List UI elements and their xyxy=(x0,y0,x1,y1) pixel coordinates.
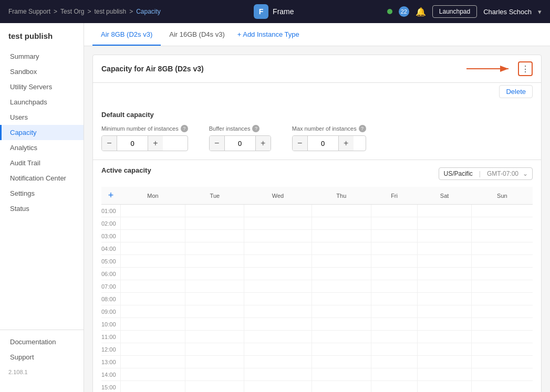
schedule-cell-thu-0900[interactable] xyxy=(312,305,371,318)
schedule-cell-mon-0300[interactable] xyxy=(120,230,185,242)
schedule-cell-wed-0900[interactable] xyxy=(244,305,312,318)
launchpad-button[interactable]: Launchpad xyxy=(432,5,477,18)
schedule-cell-mon-1300[interactable] xyxy=(120,356,185,368)
schedule-cell-sun-0500[interactable] xyxy=(472,255,533,268)
schedule-cell-thu-0400[interactable] xyxy=(312,242,371,255)
schedule-cell-wed-0800[interactable] xyxy=(244,293,312,305)
add-instance-type-button[interactable]: + Add Instance Type xyxy=(233,28,304,40)
sidebar-item-audit-trail[interactable]: Audit Trail xyxy=(0,155,84,171)
schedule-cell-sat-0700[interactable] xyxy=(417,280,471,293)
schedule-cell-thu-1400[interactable] xyxy=(312,368,371,381)
sidebar-item-documentation[interactable]: Documentation xyxy=(0,334,84,349)
schedule-cell-fri-0800[interactable] xyxy=(371,293,418,305)
schedule-cell-wed-0500[interactable] xyxy=(244,255,312,268)
schedule-cell-mon-0900[interactable] xyxy=(120,305,185,318)
sidebar-item-support[interactable]: Support xyxy=(0,349,84,365)
schedule-cell-sat-1500[interactable] xyxy=(417,381,471,393)
sidebar-item-capacity[interactable]: Capacity xyxy=(0,125,84,140)
schedule-cell-sun-0900[interactable] xyxy=(472,305,533,318)
sidebar-item-notification-center[interactable]: Notification Center xyxy=(0,171,84,186)
schedule-cell-fri-0600[interactable] xyxy=(371,268,418,280)
buffer-increment-button[interactable]: + xyxy=(256,136,271,151)
schedule-cell-thu-1200[interactable] xyxy=(312,343,371,356)
schedule-cell-sun-1300[interactable] xyxy=(472,356,533,368)
schedule-cell-wed-1400[interactable] xyxy=(244,368,312,381)
schedule-cell-thu-0600[interactable] xyxy=(312,268,371,280)
sidebar-item-status[interactable]: Status xyxy=(0,201,84,216)
schedule-cell-thu-1300[interactable] xyxy=(312,356,371,368)
schedule-cell-fri-0100[interactable] xyxy=(371,205,418,217)
schedule-cell-sat-1400[interactable] xyxy=(417,368,471,381)
schedule-cell-wed-0400[interactable] xyxy=(244,242,312,255)
sidebar-item-summary[interactable]: Summary xyxy=(0,49,84,64)
schedule-cell-fri-1300[interactable] xyxy=(371,356,418,368)
schedule-cell-thu-0300[interactable] xyxy=(312,230,371,242)
schedule-cell-sat-1300[interactable] xyxy=(417,356,471,368)
max-value-input[interactable] xyxy=(307,136,339,151)
max-help-icon[interactable]: ? xyxy=(359,125,366,132)
schedule-cell-mon-1400[interactable] xyxy=(120,368,185,381)
sidebar-item-sandbox[interactable]: Sandbox xyxy=(0,64,84,79)
schedule-cell-wed-1200[interactable] xyxy=(244,343,312,356)
tab-air-16gb[interactable]: Air 16GB (D4s v3) xyxy=(161,24,233,46)
schedule-cell-wed-0700[interactable] xyxy=(244,280,312,293)
buffer-value-input[interactable] xyxy=(224,136,256,151)
buffer-help-icon[interactable]: ? xyxy=(252,125,260,132)
schedule-cell-sun-0100[interactable] xyxy=(472,205,533,217)
schedule-cell-fri-0200[interactable] xyxy=(371,217,418,230)
schedule-cell-tue-0700[interactable] xyxy=(185,280,244,293)
schedule-cell-mon-0400[interactable] xyxy=(120,242,185,255)
min-value-input[interactable] xyxy=(117,136,148,151)
schedule-cell-sun-1100[interactable] xyxy=(472,331,533,343)
schedule-cell-sat-1200[interactable] xyxy=(417,343,471,356)
add-schedule-button[interactable]: + xyxy=(103,190,118,201)
schedule-cell-sat-0400[interactable] xyxy=(417,242,471,255)
schedule-cell-sat-0100[interactable] xyxy=(417,205,471,217)
schedule-cell-wed-1100[interactable] xyxy=(244,331,312,343)
sidebar-item-launchpads[interactable]: Launchpads xyxy=(0,94,84,110)
schedule-cell-tue-1500[interactable] xyxy=(185,381,244,393)
schedule-cell-sun-1000[interactable] xyxy=(472,318,533,331)
schedule-cell-thu-1100[interactable] xyxy=(312,331,371,343)
buffer-decrement-button[interactable]: − xyxy=(210,136,224,151)
schedule-cell-tue-0100[interactable] xyxy=(185,205,244,217)
schedule-cell-wed-0300[interactable] xyxy=(244,230,312,242)
schedule-cell-thu-0100[interactable] xyxy=(312,205,371,217)
schedule-cell-mon-0500[interactable] xyxy=(120,255,185,268)
schedule-cell-sun-0700[interactable] xyxy=(472,280,533,293)
schedule-cell-wed-0200[interactable] xyxy=(244,217,312,230)
schedule-cell-mon-0200[interactable] xyxy=(120,217,185,230)
max-increment-button[interactable]: + xyxy=(339,136,354,151)
schedule-cell-thu-1000[interactable] xyxy=(312,318,371,331)
min-decrement-button[interactable]: − xyxy=(102,136,117,151)
schedule-cell-sat-0300[interactable] xyxy=(417,230,471,242)
schedule-cell-sun-0300[interactable] xyxy=(472,230,533,242)
schedule-cell-fri-1000[interactable] xyxy=(371,318,418,331)
schedule-cell-tue-1000[interactable] xyxy=(185,318,244,331)
schedule-cell-sat-0200[interactable] xyxy=(417,217,471,230)
schedule-cell-wed-1500[interactable] xyxy=(244,381,312,393)
schedule-cell-mon-0600[interactable] xyxy=(120,268,185,280)
schedule-cell-tue-1100[interactable] xyxy=(185,331,244,343)
schedule-cell-thu-0200[interactable] xyxy=(312,217,371,230)
schedule-cell-fri-0900[interactable] xyxy=(371,305,418,318)
schedule-cell-mon-0700[interactable] xyxy=(120,280,185,293)
schedule-cell-mon-0100[interactable] xyxy=(120,205,185,217)
min-increment-button[interactable]: + xyxy=(148,136,163,151)
schedule-cell-sun-0600[interactable] xyxy=(472,268,533,280)
schedule-cell-fri-1400[interactable] xyxy=(371,368,418,381)
schedule-cell-sat-1000[interactable] xyxy=(417,318,471,331)
schedule-cell-sat-1100[interactable] xyxy=(417,331,471,343)
sidebar-item-utility-servers[interactable]: Utility Servers xyxy=(0,79,84,94)
schedule-cell-tue-0300[interactable] xyxy=(185,230,244,242)
schedule-cell-wed-1000[interactable] xyxy=(244,318,312,331)
schedule-cell-tue-1200[interactable] xyxy=(185,343,244,356)
schedule-cell-tue-0200[interactable] xyxy=(185,217,244,230)
schedule-cell-sun-0800[interactable] xyxy=(472,293,533,305)
sidebar-item-users[interactable]: Users xyxy=(0,110,84,125)
schedule-cell-fri-1100[interactable] xyxy=(371,331,418,343)
schedule-cell-fri-0700[interactable] xyxy=(371,280,418,293)
schedule-cell-sat-0800[interactable] xyxy=(417,293,471,305)
schedule-cell-thu-0700[interactable] xyxy=(312,280,371,293)
schedule-cell-fri-1200[interactable] xyxy=(371,343,418,356)
